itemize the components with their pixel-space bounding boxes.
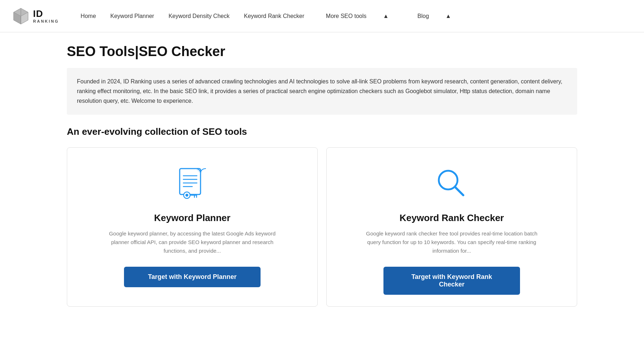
nav-item-home[interactable]: Home (73, 10, 103, 22)
card-keyword-rank-checker-description: Google keyword rank checker free tool pr… (365, 229, 538, 255)
description-box: Founded in 2024, ID Ranking uses a serie… (67, 68, 577, 115)
card-keyword-planner-title: Keyword Planner (154, 212, 230, 224)
nav-link-keyword-density[interactable]: Keyword Density Check (161, 10, 237, 22)
card-keyword-planner: Keyword Planner Google keyword planner, … (67, 147, 318, 307)
svg-rect-6 (180, 169, 201, 194)
svg-point-12 (185, 194, 188, 197)
nav-link-keyword-rank[interactable]: Keyword Rank Checker (237, 10, 312, 22)
svg-line-17 (455, 187, 463, 195)
keyword-rank-checker-button[interactable]: Target with Keyword Rank Checker (383, 267, 520, 295)
navbar: ID RANKING Home Keyword Planner Keyword … (0, 0, 644, 32)
keyword-planner-icon (171, 162, 214, 205)
card-keyword-rank-checker: Keyword Rank Checker Google keyword rank… (326, 147, 577, 307)
nav-item-blog[interactable]: Blog ▲ (403, 7, 466, 25)
nav-item-keyword-density[interactable]: Keyword Density Check (161, 10, 237, 22)
logo-id: ID (33, 9, 59, 19)
cards-grid: Keyword Planner Google keyword planner, … (67, 147, 577, 307)
logo-icon (12, 7, 30, 26)
nav-link-home[interactable]: Home (73, 10, 103, 22)
section-title: An ever-evolving collection of SEO tools (67, 126, 577, 137)
blog-caret-icon: ▲ (438, 10, 459, 22)
keyword-planner-button[interactable]: Target with Keyword Planner (124, 267, 261, 287)
logo-ranking: RANKING (33, 19, 59, 23)
card-keyword-planner-description: Google keyword planner, by accessing the… (106, 229, 279, 255)
logo-link[interactable]: ID RANKING (12, 7, 59, 26)
nav-item-more-seo[interactable]: More SEO tools ▲ (312, 7, 403, 25)
nav-link-blog[interactable]: Blog ▲ (403, 7, 466, 25)
more-seo-caret-icon: ▲ (376, 10, 396, 22)
main-content: SEO Tools|SEO Checker Founded in 2024, I… (52, 32, 592, 318)
nav-item-keyword-rank[interactable]: Keyword Rank Checker (237, 10, 312, 22)
card-keyword-rank-checker-title: Keyword Rank Checker (400, 212, 504, 224)
nav-item-keyword-planner[interactable]: Keyword Planner (103, 10, 161, 22)
keyword-rank-checker-icon (430, 162, 473, 205)
nav-link-keyword-planner[interactable]: Keyword Planner (103, 10, 161, 22)
logo-text: ID RANKING (33, 9, 59, 23)
nav-links: Home Keyword Planner Keyword Density Che… (73, 7, 465, 25)
description-text: Founded in 2024, ID Ranking uses a serie… (77, 77, 567, 106)
page-title: SEO Tools|SEO Checker (67, 44, 577, 59)
nav-link-more-seo[interactable]: More SEO tools ▲ (312, 7, 403, 25)
